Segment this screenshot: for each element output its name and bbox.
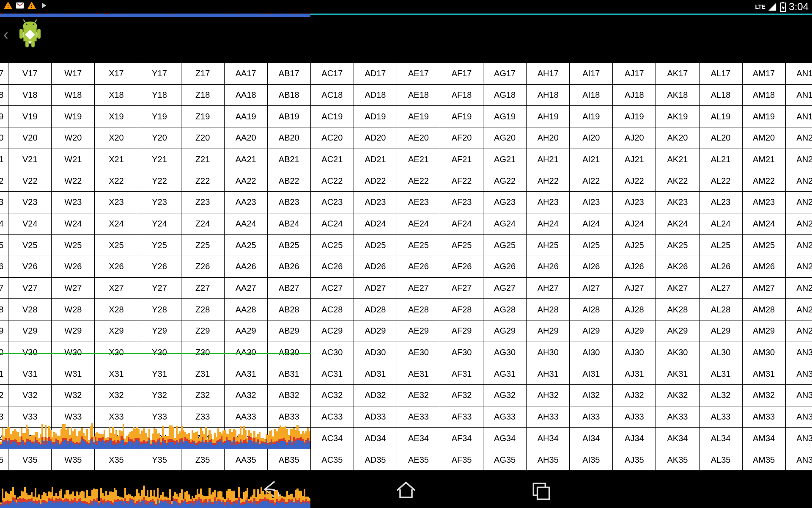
cell[interactable]: U21 [0, 149, 8, 170]
cell[interactable]: AL17 [699, 63, 742, 85]
cell[interactable]: AK33 [656, 406, 699, 428]
cell[interactable]: AN21 [785, 149, 812, 170]
cell[interactable]: AC17 [310, 63, 354, 85]
cell[interactable]: Z21 [181, 149, 224, 170]
cell[interactable]: AH32 [527, 385, 570, 406]
home-button[interactable] [393, 477, 419, 502]
cell[interactable]: AG25 [483, 235, 527, 256]
cell[interactable]: AC32 [310, 385, 354, 406]
cell[interactable]: X25 [95, 235, 138, 256]
cell[interactable]: AC18 [310, 84, 354, 106]
cell[interactable]: U18 [0, 84, 8, 106]
cell[interactable]: AK21 [656, 149, 699, 170]
cell[interactable]: AA32 [224, 385, 267, 406]
cell[interactable]: W19 [52, 106, 95, 127]
cell[interactable]: AD31 [354, 363, 397, 385]
cell[interactable]: AK26 [656, 256, 699, 278]
cell[interactable]: W25 [52, 235, 95, 256]
cell[interactable]: AB21 [267, 149, 310, 170]
cell[interactable]: Z20 [181, 127, 224, 149]
cell[interactable]: AD28 [354, 299, 397, 320]
cell[interactable]: V24 [8, 213, 52, 235]
cell[interactable]: AC19 [310, 106, 354, 127]
cell[interactable]: AI22 [570, 170, 613, 192]
cell[interactable]: AB17 [267, 63, 310, 85]
cell[interactable]: AK28 [656, 299, 699, 320]
cell[interactable]: AJ23 [613, 192, 656, 213]
cell[interactable]: AE18 [397, 84, 440, 106]
cell[interactable]: AG20 [483, 127, 527, 149]
cell[interactable]: AA31 [224, 363, 267, 385]
cell[interactable]: AL19 [699, 106, 742, 127]
cell[interactable]: AL18 [699, 84, 742, 106]
cell[interactable]: AI33 [570, 406, 613, 428]
cell[interactable]: AH31 [527, 363, 570, 385]
cell[interactable]: AE35 [397, 449, 440, 471]
cell[interactable]: AG28 [483, 299, 527, 320]
cell[interactable]: AI20 [570, 127, 613, 149]
cell[interactable]: AC31 [310, 363, 354, 385]
cell[interactable]: V19 [8, 106, 52, 127]
cell[interactable]: AJ24 [613, 213, 656, 235]
cell[interactable]: AD32 [354, 385, 397, 406]
cell[interactable]: AH29 [527, 320, 570, 342]
cell[interactable]: W24 [52, 213, 95, 235]
cell[interactable]: AF30 [440, 342, 483, 363]
cell[interactable]: AJ27 [613, 277, 656, 299]
cell[interactable]: AM18 [742, 84, 785, 106]
cell[interactable]: AB26 [267, 256, 310, 278]
cell[interactable]: AM31 [742, 363, 785, 385]
cell[interactable]: U23 [0, 192, 8, 213]
cell[interactable]: AE27 [397, 277, 440, 299]
cell[interactable]: AD22 [354, 170, 397, 192]
cell[interactable]: AF33 [440, 406, 483, 428]
cell[interactable]: X24 [95, 213, 138, 235]
cell[interactable]: AE20 [397, 127, 440, 149]
cell[interactable]: X19 [95, 106, 138, 127]
cell[interactable]: AH27 [527, 277, 570, 299]
cell[interactable]: AJ21 [613, 149, 656, 170]
cell[interactable]: AC35 [310, 449, 354, 471]
cell[interactable]: AK24 [656, 213, 699, 235]
cell[interactable]: AI24 [570, 213, 613, 235]
cell[interactable]: AH26 [527, 256, 570, 278]
cell[interactable]: AG31 [483, 363, 527, 385]
cell[interactable]: U17 [0, 63, 8, 85]
cell[interactable]: Z26 [181, 256, 224, 278]
cell[interactable]: AJ19 [613, 106, 656, 127]
recent-apps-button[interactable] [529, 477, 554, 502]
cell[interactable]: V29 [8, 320, 52, 342]
cell[interactable]: AN34 [785, 428, 812, 449]
cell[interactable]: AH19 [527, 106, 570, 127]
cell[interactable]: AF24 [440, 213, 483, 235]
cell[interactable]: AL30 [699, 342, 742, 363]
cell[interactable]: W29 [52, 320, 95, 342]
cell[interactable]: AF29 [440, 320, 483, 342]
cell[interactable]: W30 [52, 342, 95, 363]
cell[interactable]: V31 [8, 363, 52, 385]
cell[interactable]: AB23 [267, 192, 310, 213]
cell[interactable]: AL27 [699, 277, 742, 299]
cell[interactable]: V32 [8, 385, 52, 406]
cell[interactable]: AF20 [440, 127, 483, 149]
cell[interactable]: AJ32 [613, 385, 656, 406]
cell[interactable]: AM20 [742, 127, 785, 149]
cell[interactable]: AF34 [440, 428, 483, 449]
cell[interactable]: AI19 [570, 106, 613, 127]
cell[interactable]: AI34 [570, 428, 613, 449]
cell[interactable]: AI21 [570, 149, 613, 170]
cell[interactable]: AB28 [267, 299, 310, 320]
cell[interactable]: X26 [95, 256, 138, 278]
cell[interactable]: AE31 [397, 363, 440, 385]
cell[interactable]: AK35 [656, 449, 699, 471]
cell[interactable]: AL22 [699, 170, 742, 192]
cell[interactable]: AD27 [354, 277, 397, 299]
cell[interactable]: X21 [95, 149, 138, 170]
cell[interactable]: AN31 [785, 363, 812, 385]
cell[interactable]: Z22 [181, 170, 224, 192]
cell[interactable]: AE32 [397, 385, 440, 406]
cell[interactable]: AE19 [397, 106, 440, 127]
cell[interactable]: AM19 [742, 106, 785, 127]
cell[interactable]: AA26 [224, 256, 267, 278]
cell[interactable]: Y26 [138, 256, 181, 278]
